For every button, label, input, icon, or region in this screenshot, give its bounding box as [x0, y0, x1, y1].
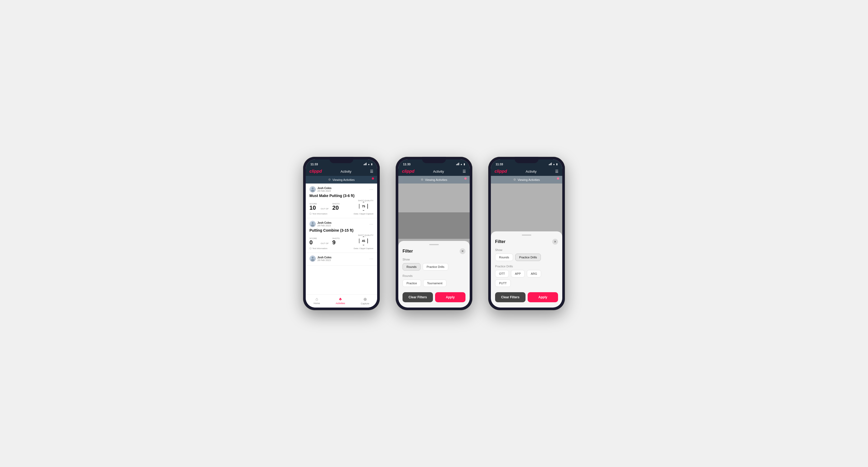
- signal-icon: [364, 163, 367, 166]
- scene: 11:33 ▲ ▮ clippd: [287, 141, 581, 326]
- status-icons-1: ▲ ▮: [364, 163, 372, 166]
- user-date-1: 28 Feb 2023: [317, 190, 331, 192]
- activities-label: Activities: [336, 302, 345, 305]
- hamburger-menu-3[interactable]: ☰: [555, 169, 559, 174]
- activity-card-2: Josh Coles 28 Feb 2023 ··· Putting Combi…: [306, 218, 377, 253]
- nav-title-2: Activity: [433, 169, 444, 174]
- practice-round-btn-2[interactable]: Practice: [403, 280, 421, 287]
- practice-buttons-3: OTT APP ARG PUTT: [495, 270, 558, 287]
- putt-btn-3[interactable]: PUTT: [495, 280, 511, 287]
- home-icon: ⌂: [315, 297, 318, 302]
- drag-handle-2: [429, 244, 439, 245]
- viewing-dot-1: [372, 178, 374, 180]
- svg-point-3: [311, 224, 314, 226]
- viewing-bar-3: ⚙ Viewing Activities: [491, 176, 562, 184]
- status-icons-2: ▲ ▮: [456, 163, 465, 166]
- signal-icon-3: [549, 163, 552, 166]
- notch: [330, 157, 353, 163]
- shot-quality-badge-1: 75: [359, 202, 368, 211]
- ott-btn-3[interactable]: OTT: [495, 270, 509, 277]
- viewing-dot-2: [464, 178, 467, 180]
- nav-item-activities[interactable]: ♣ Activities: [336, 297, 345, 305]
- avatar-1: [309, 186, 316, 192]
- viewing-dot-3: [557, 178, 559, 180]
- status-time-3: 11:33: [496, 163, 503, 166]
- data-source-1: Data: Clippd Capture: [353, 213, 373, 215]
- user-info-3: Josh Coles 28 Feb 2023: [317, 256, 331, 261]
- viewing-bar-1[interactable]: ⚙ Viewing Activities: [306, 176, 377, 184]
- clear-filters-btn-2[interactable]: Clear Filters: [403, 292, 433, 302]
- phone-activity: 11:33 ▲ ▮ clippd: [303, 157, 380, 310]
- card-stats-2: Score 0 OUT OF Shots 9 Shot Quality: [309, 234, 373, 245]
- nav-title-3: Activity: [526, 169, 536, 174]
- user-name-2: Josh Coles: [317, 221, 331, 224]
- hamburger-menu-2[interactable]: ☰: [463, 169, 466, 174]
- rounds-btn-3[interactable]: Rounds: [495, 254, 513, 261]
- user-name-3: Josh Coles: [317, 256, 331, 259]
- practice-drills-btn-3[interactable]: Practice Drills: [515, 254, 541, 261]
- filter-close-3[interactable]: ✕: [552, 239, 558, 245]
- filter-icon-1: ⚙: [328, 178, 331, 181]
- viewing-bar-text-2: Viewing Activities: [425, 178, 447, 181]
- hamburger-menu-1[interactable]: ☰: [370, 169, 373, 174]
- nav-title-1: Activity: [340, 169, 351, 174]
- filter-rounds-group-2: Rounds Practice Tournament: [403, 274, 465, 287]
- filter-header-3: Filter ✕: [495, 239, 558, 245]
- user-date-3: 28 Feb 2023: [317, 259, 331, 261]
- filter-icon-2: ⚙: [421, 178, 424, 181]
- user-name-1: Josh Coles: [317, 187, 331, 190]
- filter-header-2: Filter ✕: [403, 248, 465, 254]
- avatar-2: [309, 221, 316, 227]
- more-dots-1[interactable]: ···: [369, 187, 373, 191]
- filter-sheet-3: Filter ✕ Show Rounds Practice Drills Pra…: [491, 231, 562, 308]
- shots-value-2: 9: [333, 240, 340, 245]
- nav-item-capture[interactable]: ⊕ Capture: [361, 297, 369, 305]
- filter-actions-2: Clear Filters Apply: [403, 292, 465, 302]
- show-buttons-3: Rounds Practice Drills: [495, 254, 558, 261]
- capture-label: Capture: [361, 302, 369, 305]
- score-value-1: 10: [309, 205, 317, 211]
- nav-item-home[interactable]: ⌂ Home: [314, 297, 320, 305]
- test-info-2: ⓘ Test Information: [309, 247, 328, 250]
- phone-filter-practice: 11:33 ▲ ▮ clippd: [488, 157, 565, 310]
- filter-practice-group-3: Practice Drills OTT APP ARG PUTT: [495, 265, 558, 287]
- practice-drills-btn-2[interactable]: Practice Drills: [423, 263, 448, 271]
- wifi-icon-2: ▲: [460, 163, 463, 165]
- avatar-3: [309, 255, 316, 262]
- svg-point-5: [311, 259, 314, 261]
- svg-point-0: [312, 187, 313, 189]
- more-dots-2[interactable]: ···: [369, 222, 373, 226]
- svg-point-4: [312, 257, 313, 259]
- out-of-text-2: OUT OF: [320, 242, 329, 245]
- apply-btn-3[interactable]: Apply: [528, 292, 558, 302]
- viewing-bar-text-3: Viewing Activities: [518, 178, 540, 181]
- svg-point-2: [312, 222, 313, 224]
- rounds-btn-2[interactable]: Rounds: [403, 263, 421, 271]
- viewing-bar-2: ⚙ Viewing Activities: [398, 176, 470, 184]
- filter-close-2[interactable]: ✕: [460, 248, 465, 254]
- battery-icon: ▮: [371, 163, 372, 165]
- filter-icon-3: ⚙: [513, 178, 516, 181]
- show-label-3: Show: [495, 248, 558, 251]
- rounds-label-2: Rounds: [403, 274, 465, 277]
- data-source-2: Data: Clippd Capture: [353, 247, 373, 250]
- nav-bar-3: clippd Activity ☰: [491, 167, 562, 176]
- nav-bar-1: clippd Activity ☰: [306, 167, 377, 176]
- arg-btn-3[interactable]: ARG: [527, 270, 541, 277]
- clear-filters-btn-3[interactable]: Clear Filters: [495, 292, 526, 302]
- user-date-2: 28 Feb 2023: [317, 224, 331, 227]
- apply-btn-2[interactable]: Apply: [435, 292, 465, 302]
- app-logo-1: clippd: [309, 169, 322, 174]
- card-footer-2: ⓘ Test Information Data: Clippd Capture: [309, 247, 373, 250]
- more-dots-3[interactable]: ···: [369, 256, 373, 261]
- card-title-2: Putting Combine (3-15 ft): [309, 228, 373, 232]
- activity-card-1: Josh Coles 28 Feb 2023 ··· Must Make Put…: [306, 184, 377, 218]
- shot-quality-badge-2: 45: [359, 237, 368, 245]
- app-btn-3[interactable]: APP: [511, 270, 525, 277]
- activity-feed: Josh Coles 28 Feb 2023 ··· Must Make Put…: [306, 184, 377, 294]
- stat-out-of-2: OUT OF: [320, 242, 329, 245]
- signal-icon-2: [456, 163, 459, 166]
- user-info-2: Josh Coles 28 Feb 2023: [317, 221, 331, 227]
- status-time-2: 11:33: [403, 163, 410, 166]
- tournament-btn-2[interactable]: Tournament: [423, 280, 446, 287]
